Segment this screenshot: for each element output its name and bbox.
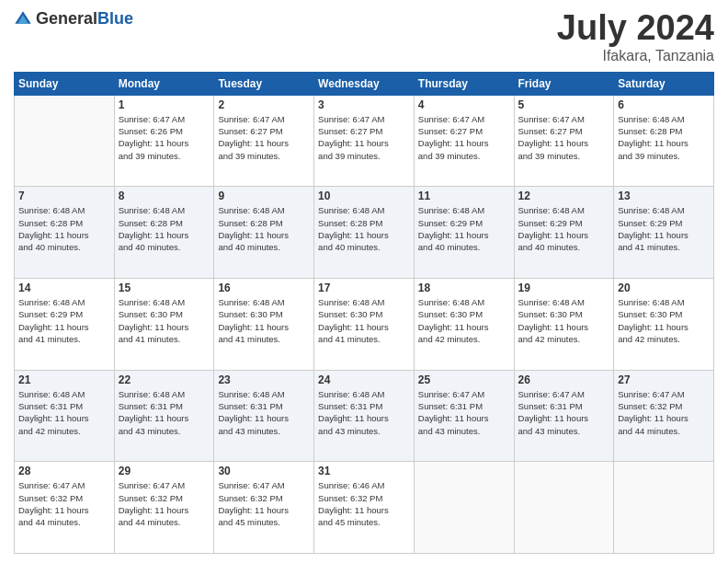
day-number: 2 xyxy=(218,98,310,111)
day-number: 1 xyxy=(119,98,210,111)
sunrise-text: Sunrise: 6:48 AM xyxy=(119,388,210,400)
sunrise-text: Sunrise: 6:48 AM xyxy=(18,388,110,400)
day-number: 11 xyxy=(418,190,510,202)
daylight-text: Daylight: 11 hours xyxy=(218,504,310,516)
daylight-minutes: and 44 minutes. xyxy=(119,516,210,528)
daylight-text: Daylight: 11 hours xyxy=(18,412,110,424)
sunset-text: Sunset: 6:31 PM xyxy=(518,400,610,412)
sunrise-text: Sunrise: 6:48 AM xyxy=(218,296,310,308)
daylight-text: Daylight: 11 hours xyxy=(618,412,710,424)
day-number: 18 xyxy=(418,282,510,294)
sunrise-text: Sunrise: 6:48 AM xyxy=(618,296,710,308)
logo-general: General xyxy=(36,9,97,28)
sunset-text: Sunset: 6:28 PM xyxy=(218,217,310,229)
day-number: 24 xyxy=(318,373,410,386)
day-number: 25 xyxy=(418,373,510,386)
table-row: 13 Sunrise: 6:48 AM Sunset: 6:29 PM Dayl… xyxy=(614,187,714,279)
calendar-week-row: 7 Sunrise: 6:48 AM Sunset: 6:28 PM Dayli… xyxy=(15,187,714,279)
sunset-text: Sunset: 6:29 PM xyxy=(618,217,710,229)
daylight-minutes: and 39 minutes. xyxy=(119,150,210,162)
daylight-text: Daylight: 11 hours xyxy=(119,504,210,516)
daylight-text: Daylight: 11 hours xyxy=(119,412,210,424)
daylight-minutes: and 43 minutes. xyxy=(218,425,310,437)
daylight-text: Daylight: 11 hours xyxy=(218,321,310,333)
sunset-text: Sunset: 6:28 PM xyxy=(119,217,210,229)
table-row: 3 Sunrise: 6:47 AM Sunset: 6:27 PM Dayli… xyxy=(314,95,415,187)
daylight-text: Daylight: 11 hours xyxy=(218,137,310,149)
table-row: 28 Sunrise: 6:47 AM Sunset: 6:32 PM Dayl… xyxy=(15,462,115,554)
daylight-text: Daylight: 11 hours xyxy=(119,321,210,333)
day-number: 20 xyxy=(618,282,710,294)
table-row xyxy=(514,462,614,554)
daylight-text: Daylight: 11 hours xyxy=(218,412,310,424)
day-number: 23 xyxy=(218,373,310,386)
sunset-text: Sunset: 6:27 PM xyxy=(418,125,510,137)
daylight-text: Daylight: 11 hours xyxy=(18,229,110,241)
daylight-text: Daylight: 11 hours xyxy=(518,229,610,241)
title-area: July 2024 Ifakara, Tanzania xyxy=(557,9,714,64)
table-row: 18 Sunrise: 6:48 AM Sunset: 6:30 PM Dayl… xyxy=(414,279,514,371)
table-row xyxy=(15,95,115,187)
day-number: 7 xyxy=(18,190,110,202)
daylight-text: Daylight: 11 hours xyxy=(418,412,510,424)
sunset-text: Sunset: 6:29 PM xyxy=(18,308,110,320)
daylight-minutes: and 41 minutes. xyxy=(318,333,410,345)
table-row xyxy=(414,462,514,554)
sunrise-text: Sunrise: 6:47 AM xyxy=(119,113,210,125)
sunrise-text: Sunrise: 6:47 AM xyxy=(418,388,510,400)
sunset-text: Sunset: 6:31 PM xyxy=(119,400,210,412)
sunrise-text: Sunrise: 6:48 AM xyxy=(318,388,410,400)
table-row: 22 Sunrise: 6:48 AM Sunset: 6:31 PM Dayl… xyxy=(114,370,214,462)
daylight-minutes: and 44 minutes. xyxy=(18,516,110,528)
calendar-week-row: 28 Sunrise: 6:47 AM Sunset: 6:32 PM Dayl… xyxy=(15,462,714,554)
daylight-minutes: and 40 minutes. xyxy=(518,241,610,253)
table-row: 7 Sunrise: 6:48 AM Sunset: 6:28 PM Dayli… xyxy=(15,187,115,279)
daylight-minutes: and 45 minutes. xyxy=(218,516,310,528)
calendar-week-row: 1 Sunrise: 6:47 AM Sunset: 6:26 PM Dayli… xyxy=(15,95,714,187)
daylight-minutes: and 40 minutes. xyxy=(119,241,210,253)
sunrise-text: Sunrise: 6:47 AM xyxy=(119,479,210,491)
day-number: 4 xyxy=(418,98,510,111)
month-title: July 2024 xyxy=(557,9,714,48)
daylight-minutes: and 39 minutes. xyxy=(518,150,610,162)
daylight-text: Daylight: 11 hours xyxy=(518,412,610,424)
table-row: 4 Sunrise: 6:47 AM Sunset: 6:27 PM Dayli… xyxy=(414,95,514,187)
day-number: 22 xyxy=(119,373,210,386)
sunset-text: Sunset: 6:32 PM xyxy=(18,492,110,504)
col-thursday: Thursday xyxy=(414,72,514,95)
daylight-minutes: and 40 minutes. xyxy=(318,241,410,253)
daylight-minutes: and 39 minutes. xyxy=(618,150,710,162)
daylight-minutes: and 43 minutes. xyxy=(318,425,410,437)
page: GeneralBlue July 2024 Ifakara, Tanzania … xyxy=(0,0,728,563)
daylight-text: Daylight: 11 hours xyxy=(119,229,210,241)
day-number: 15 xyxy=(119,282,210,294)
day-number: 10 xyxy=(318,190,410,202)
sunset-text: Sunset: 6:27 PM xyxy=(218,125,310,137)
table-row: 2 Sunrise: 6:47 AM Sunset: 6:27 PM Dayli… xyxy=(214,95,314,187)
col-tuesday: Tuesday xyxy=(214,72,314,95)
daylight-minutes: and 45 minutes. xyxy=(318,516,410,528)
daylight-minutes: and 44 minutes. xyxy=(618,425,710,437)
day-number: 14 xyxy=(18,282,110,294)
table-row: 5 Sunrise: 6:47 AM Sunset: 6:27 PM Dayli… xyxy=(514,95,614,187)
daylight-text: Daylight: 11 hours xyxy=(618,321,710,333)
sunset-text: Sunset: 6:30 PM xyxy=(218,308,310,320)
daylight-minutes: and 41 minutes. xyxy=(618,241,710,253)
table-row: 31 Sunrise: 6:46 AM Sunset: 6:32 PM Dayl… xyxy=(314,462,415,554)
logo: GeneralBlue xyxy=(14,9,133,29)
day-number: 5 xyxy=(518,98,610,111)
table-row: 26 Sunrise: 6:47 AM Sunset: 6:31 PM Dayl… xyxy=(514,370,614,462)
daylight-text: Daylight: 11 hours xyxy=(119,137,210,149)
sunset-text: Sunset: 6:31 PM xyxy=(218,400,310,412)
day-number: 17 xyxy=(318,282,410,294)
daylight-minutes: and 39 minutes. xyxy=(218,150,310,162)
daylight-text: Daylight: 11 hours xyxy=(618,229,710,241)
calendar-header-row: Sunday Monday Tuesday Wednesday Thursday… xyxy=(15,72,714,95)
sunrise-text: Sunrise: 6:46 AM xyxy=(318,479,410,491)
sunset-text: Sunset: 6:32 PM xyxy=(119,492,210,504)
table-row: 19 Sunrise: 6:48 AM Sunset: 6:30 PM Dayl… xyxy=(514,279,614,371)
col-monday: Monday xyxy=(114,72,214,95)
table-row: 6 Sunrise: 6:48 AM Sunset: 6:28 PM Dayli… xyxy=(614,95,714,187)
sunset-text: Sunset: 6:28 PM xyxy=(18,217,110,229)
sunrise-text: Sunrise: 6:47 AM xyxy=(418,113,510,125)
